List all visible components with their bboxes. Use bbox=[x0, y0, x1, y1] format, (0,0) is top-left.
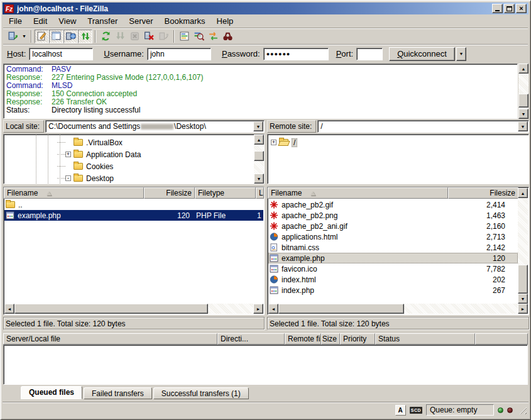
toggle-remote-tree-button[interactable] bbox=[63, 30, 78, 43]
menu-view[interactable]: View bbox=[53, 15, 82, 27]
column-header-last-modified[interactable]: L bbox=[256, 187, 264, 199]
speed-limit-icon[interactable]: SCD bbox=[410, 407, 422, 414]
combo-dropdown-arrow[interactable] bbox=[518, 121, 528, 131]
quickconnect-button[interactable]: Quickconnect bbox=[389, 47, 455, 61]
tab-queued-files[interactable]: Queued files bbox=[21, 386, 82, 399]
queue-list bbox=[3, 345, 528, 385]
tree-item-cookies[interactable]: Cookies bbox=[4, 160, 264, 172]
tab-successful-transfers[interactable]: Successful transfers (1) bbox=[153, 387, 249, 399]
local-list-header: Filename Filesize Filetype L bbox=[4, 187, 264, 199]
remote-list-vscrollbar[interactable] bbox=[518, 188, 528, 304]
quickconnect-dropdown-arrow[interactable] bbox=[456, 47, 466, 61]
expand-icon[interactable]: + bbox=[65, 152, 71, 157]
column-header-server-local-file[interactable]: Server/Local file bbox=[3, 333, 217, 345]
column-header-filesize[interactable]: Filesize bbox=[144, 187, 195, 199]
compare-directories-button[interactable] bbox=[192, 30, 206, 43]
scroll-up-button[interactable] bbox=[518, 64, 528, 74]
scroll-thumb[interactable] bbox=[14, 304, 208, 314]
file-row[interactable]: index.html 202 bbox=[268, 274, 518, 285]
tree-item-virtualbox[interactable]: .VirtualBox bbox=[4, 136, 264, 148]
remote-list-hscrollbar[interactable] bbox=[268, 304, 528, 314]
port-input[interactable] bbox=[356, 48, 383, 60]
remote-path-combobox[interactable]: / bbox=[317, 120, 529, 133]
scroll-left-button[interactable] bbox=[268, 304, 278, 314]
column-header-priority[interactable]: Priority bbox=[340, 333, 375, 345]
cancel-button[interactable] bbox=[128, 30, 142, 43]
tree-item-application-data[interactable]: + Application Data bbox=[4, 148, 264, 160]
synchronized-browsing-button[interactable] bbox=[206, 30, 221, 43]
password-input[interactable] bbox=[263, 48, 329, 60]
column-header-filetype[interactable]: Filetype bbox=[195, 187, 256, 199]
tree-item-root[interactable]: + / bbox=[268, 136, 528, 148]
find-files-button[interactable] bbox=[221, 30, 235, 43]
file-row-example-php[interactable]: example.php 120 PHP File 1 bbox=[4, 210, 263, 221]
column-header-filesize[interactable]: Filesize bbox=[448, 187, 518, 199]
scroll-thumb[interactable] bbox=[518, 265, 528, 294]
log-scrollbar[interactable] bbox=[518, 64, 528, 119]
toggle-local-tree-button[interactable] bbox=[49, 30, 63, 43]
menu-help[interactable]: Help bbox=[211, 15, 239, 27]
column-header-filename[interactable]: Filename bbox=[4, 187, 144, 199]
file-row[interactable]: apache_pb2.png 1,463 bbox=[268, 210, 518, 221]
tree-item-desktop[interactable]: - Desktop bbox=[4, 172, 264, 184]
host-input[interactable] bbox=[29, 48, 93, 60]
scroll-right-button[interactable] bbox=[518, 304, 528, 314]
menu-edit[interactable]: Edit bbox=[28, 15, 53, 27]
menu-server[interactable]: Server bbox=[123, 15, 158, 27]
directory-filters-button[interactable] bbox=[177, 30, 192, 43]
file-row[interactable]: apache_pb2_ani.gif 2,160 bbox=[268, 221, 518, 231]
scroll-thumb[interactable] bbox=[278, 304, 404, 314]
file-row-selected[interactable]: example.php 120 bbox=[268, 253, 518, 263]
column-header-filename[interactable]: Filename bbox=[268, 187, 448, 199]
maximize-button[interactable] bbox=[504, 4, 515, 13]
collapse-icon[interactable]: - bbox=[65, 175, 71, 181]
toggle-message-log-button[interactable] bbox=[35, 30, 49, 43]
disconnect-button[interactable] bbox=[142, 30, 156, 43]
refresh-button[interactable] bbox=[99, 30, 113, 43]
column-header-remote-file[interactable]: Remote file bbox=[285, 333, 321, 345]
site-manager-dropdown-arrow[interactable] bbox=[20, 30, 28, 43]
file-row[interactable]: applications.html 2,713 bbox=[268, 231, 518, 242]
process-queue-button[interactable] bbox=[113, 30, 128, 43]
reconnect-button[interactable] bbox=[156, 30, 171, 43]
scroll-up-button[interactable] bbox=[254, 135, 264, 145]
toggle-queue-button[interactable] bbox=[78, 30, 92, 43]
menu-bar: File Edit View Transfer Server Bookmarks… bbox=[3, 15, 528, 27]
column-header-status[interactable]: Status bbox=[375, 333, 475, 345]
expand-icon[interactable]: + bbox=[271, 140, 276, 145]
column-header-direction[interactable]: Directi... bbox=[217, 333, 285, 345]
file-row[interactable]: favicon.ico 7,782 bbox=[268, 263, 518, 274]
file-row[interactable]: apache_pb2.gif 2,414 bbox=[268, 199, 518, 210]
scroll-left-button[interactable] bbox=[4, 304, 14, 314]
local-path-combobox[interactable]: C:\Documents and Settings\Desktop\ bbox=[45, 120, 265, 133]
resize-grip[interactable] bbox=[518, 406, 527, 414]
menu-transfer[interactable]: Transfer bbox=[82, 15, 123, 27]
remote-pane: Remote site: / + / Filename Filesize bbox=[267, 120, 529, 330]
local-file-rows: .. example.php 120 PHP File 1 bbox=[4, 199, 263, 304]
menu-file[interactable]: File bbox=[3, 15, 28, 27]
transfer-type-icon[interactable]: A bbox=[395, 405, 406, 416]
file-row[interactable]: index.php 267 bbox=[268, 285, 518, 296]
scroll-right-button[interactable] bbox=[253, 304, 263, 314]
column-header-size[interactable]: Size bbox=[321, 333, 340, 345]
close-button[interactable]: × bbox=[516, 4, 527, 13]
username-input[interactable] bbox=[147, 48, 211, 60]
tab-failed-transfers[interactable]: Failed transfers bbox=[84, 387, 152, 399]
scroll-up-button[interactable] bbox=[518, 188, 528, 198]
menu-bookmarks[interactable]: Bookmarks bbox=[159, 15, 211, 27]
file-row-parent-dir[interactable]: .. bbox=[4, 199, 263, 210]
file-row[interactable]: bitnami.css 2,142 bbox=[268, 242, 518, 253]
scroll-thumb[interactable] bbox=[518, 94, 528, 108]
scroll-down-button[interactable] bbox=[518, 294, 528, 304]
firefox-icon bbox=[270, 275, 278, 284]
local-list-hscrollbar[interactable] bbox=[4, 304, 263, 314]
local-tree-scrollbar[interactable] bbox=[254, 135, 264, 184]
scroll-down-button[interactable] bbox=[254, 174, 264, 184]
maximize-icon bbox=[506, 6, 512, 11]
scroll-down-button[interactable] bbox=[518, 109, 528, 119]
combo-dropdown-arrow[interactable] bbox=[253, 121, 263, 131]
activity-led-red bbox=[507, 407, 513, 413]
scroll-thumb[interactable] bbox=[254, 151, 264, 161]
minimize-button[interactable] bbox=[492, 4, 503, 13]
site-manager-button[interactable] bbox=[6, 30, 20, 43]
